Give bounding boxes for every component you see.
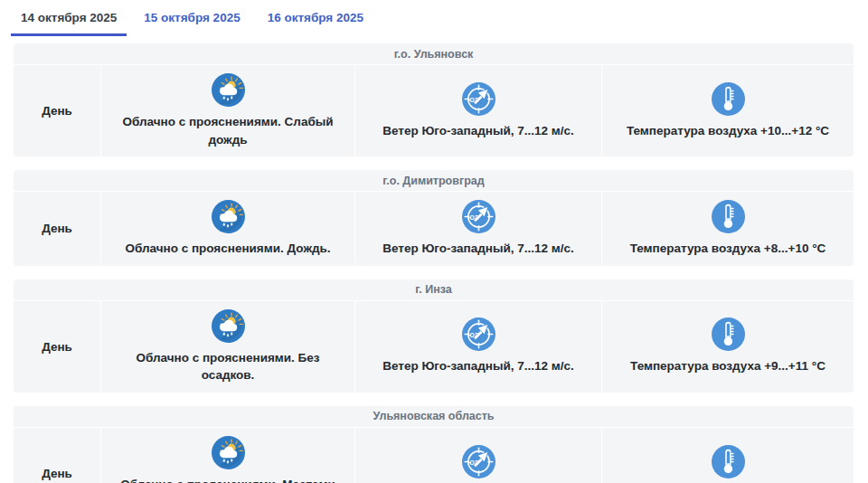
period-cell: День — [14, 301, 100, 393]
temperature-cell: Температура воздуха +8...+13 °С — [601, 428, 854, 483]
section-title: г.о. Димитровград — [14, 170, 854, 192]
forecast-section-dimitrovgrad: г.о. Димитровград День Облачно с проясне… — [14, 170, 854, 266]
weather-cell: Облачно с прояснениями. Дождь. — [100, 192, 354, 266]
period-label: День — [42, 104, 72, 118]
temperature-description: Температура воздуха +10...+12 °С — [627, 122, 829, 140]
wind-description: Ветер Юго-западный, 7...12 м/с. — [382, 240, 574, 258]
wind-cell: Ветер Юго-западный, 7...12 м/с. — [354, 192, 601, 266]
forecast-section-ulyanovsk-oblast: Ульяновская область День Облачно с прояс… — [14, 406, 854, 483]
thermometer-icon — [712, 445, 745, 478]
sun-cloud-rain-icon — [212, 200, 245, 233]
wind-description: Ветер Юго-западный, 7...12 м/с. — [382, 122, 574, 140]
forecast-row: День Облачно с прояснениями. Без осадков… — [14, 301, 854, 393]
wind-compass-icon — [462, 82, 495, 116]
section-title: г.о. Ульяновск — [14, 43, 854, 65]
temperature-cell: Температура воздуха +10...+12 °С — [601, 65, 854, 156]
period-label: День — [42, 340, 72, 354]
tab-date-3[interactable]: 16 октября 2025 — [258, 0, 373, 36]
temperature-cell: Температура воздуха +8...+10 °С — [601, 192, 854, 266]
forecast-section-ulyanovsk: г.о. Ульяновск День Облачно с прояснения… — [14, 43, 854, 156]
forecast-row: День Облачно с прояснениями. Дождь. Вете… — [14, 192, 854, 266]
forecast-content: г.о. Ульяновск День Облачно с прояснения… — [0, 36, 868, 483]
weather-description: Облачно с прояснениями. Дождь. — [125, 240, 330, 258]
weather-description: Облачно с прояснениями. Местами дождь — [110, 476, 345, 483]
date-tabbar: 14 октября 2025 15 октября 2025 16 октяб… — [0, 0, 868, 36]
sun-cloud-icon — [212, 309, 245, 343]
forecast-row: День Облачно с прояснениями. Местами дож… — [14, 428, 854, 483]
period-cell: День — [14, 192, 100, 266]
forecast-row: День Облачно с прояснениями. Слабый дожд… — [14, 65, 854, 156]
weather-cell: Облачно с прояснениями. Слабый дождь — [100, 65, 354, 156]
temperature-description: Температура воздуха +8...+10 °С — [630, 240, 826, 258]
section-title: г. Инза — [14, 279, 854, 301]
period-cell: День — [14, 65, 100, 156]
wind-cell: Ветер Юго-западный, 7...12 м/с. — [354, 65, 601, 156]
section-title: Ульяновская область — [14, 406, 854, 428]
thermometer-icon — [712, 82, 745, 116]
wind-cell: Ветер Юго-западный, 7...12 м/с. — [354, 301, 601, 393]
sun-cloud-rain-icon — [212, 73, 245, 107]
wind-cell: Ветер Юго-западный, 7...12 м/с. — [354, 428, 601, 483]
wind-compass-icon — [462, 200, 495, 233]
weather-description: Облачно с прояснениями. Слабый дождь — [110, 113, 345, 148]
tab-date-1[interactable]: 14 октября 2025 — [11, 0, 127, 36]
sun-cloud-rain-icon — [212, 436, 245, 469]
period-cell: День — [14, 428, 100, 483]
tab-date-2[interactable]: 15 октября 2025 — [134, 0, 250, 36]
temperature-cell: Температура воздуха +9...+11 °С — [601, 301, 854, 393]
temperature-description: Температура воздуха +9...+11 °С — [630, 357, 826, 375]
weather-cell: Облачно с прояснениями. Местами дождь — [100, 428, 354, 483]
wind-compass-icon — [462, 317, 495, 351]
wind-compass-icon — [462, 445, 495, 478]
wind-description: Ветер Юго-западный, 7...12 м/с. — [382, 357, 574, 375]
thermometer-icon — [712, 317, 745, 351]
thermometer-icon — [712, 200, 745, 233]
forecast-section-inza: г. Инза День Облачно с прояснениями. Без… — [14, 279, 854, 393]
weather-description: Облачно с прояснениями. Без осадков. — [110, 349, 345, 384]
period-label: День — [42, 467, 72, 480]
period-label: День — [42, 222, 72, 235]
weather-cell: Облачно с прояснениями. Без осадков. — [100, 301, 354, 393]
